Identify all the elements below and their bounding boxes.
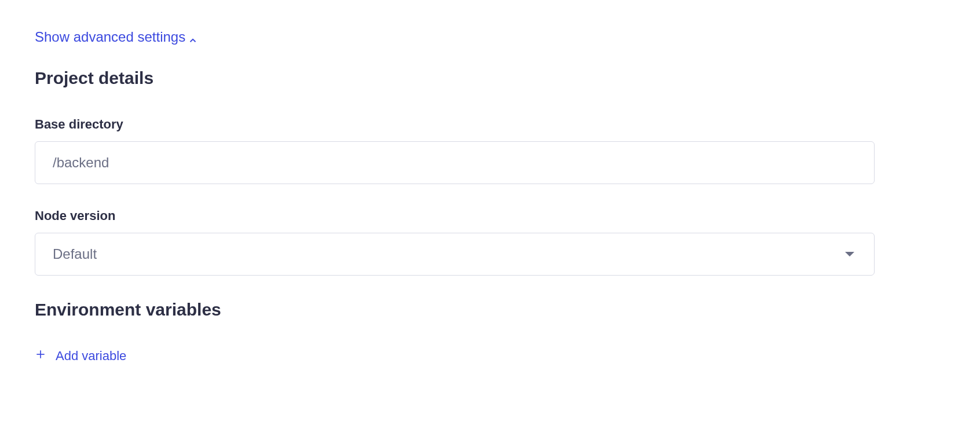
chevron-up-icon — [188, 33, 196, 41]
plus-icon — [35, 349, 46, 364]
caret-down-icon — [845, 252, 854, 256]
base-directory-label: Base directory — [35, 117, 875, 132]
toggle-label: Show advanced settings — [35, 29, 185, 45]
add-variable-label: Add variable — [56, 349, 126, 364]
node-version-label: Node version — [35, 208, 875, 223]
node-version-field-group: Node version Default — [35, 208, 875, 276]
base-directory-input[interactable] — [35, 141, 875, 184]
project-details-heading: Project details — [35, 68, 875, 88]
environment-variables-heading: Environment variables — [35, 300, 875, 320]
base-directory-field-group: Base directory — [35, 117, 875, 184]
node-version-selected-value: Default — [53, 246, 97, 262]
node-version-select[interactable]: Default — [35, 233, 875, 276]
show-advanced-settings-toggle[interactable]: Show advanced settings — [35, 29, 196, 45]
add-variable-button[interactable]: Add variable — [35, 349, 126, 364]
